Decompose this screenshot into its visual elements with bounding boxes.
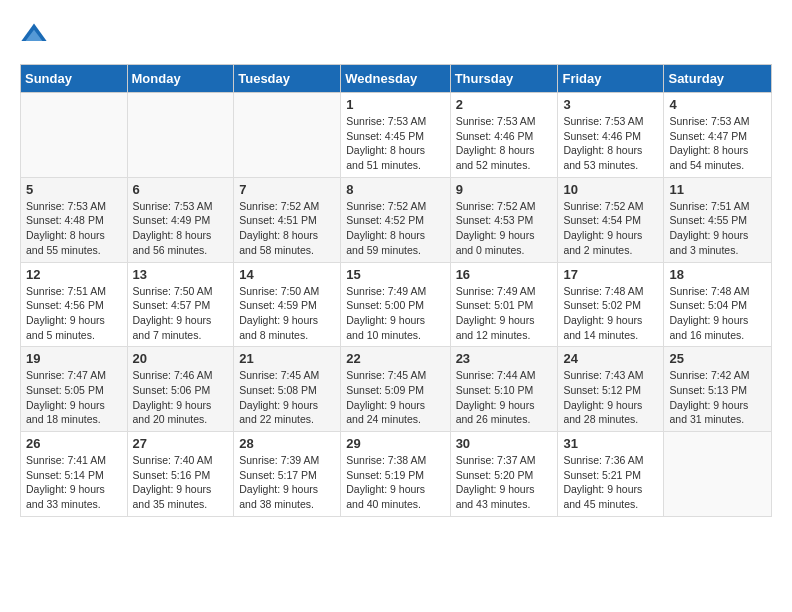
day-cell: 19Sunrise: 7:47 AM Sunset: 5:05 PM Dayli… [21,347,128,432]
day-cell: 13Sunrise: 7:50 AM Sunset: 4:57 PM Dayli… [127,262,234,347]
day-number: 28 [239,436,335,451]
calendar-header: SundayMondayTuesdayWednesdayThursdayFrid… [21,65,772,93]
day-info: Sunrise: 7:53 AM Sunset: 4:46 PM Dayligh… [563,114,658,173]
day-info: Sunrise: 7:53 AM Sunset: 4:48 PM Dayligh… [26,199,122,258]
day-info: Sunrise: 7:40 AM Sunset: 5:16 PM Dayligh… [133,453,229,512]
day-info: Sunrise: 7:52 AM Sunset: 4:53 PM Dayligh… [456,199,553,258]
day-info: Sunrise: 7:53 AM Sunset: 4:45 PM Dayligh… [346,114,444,173]
day-cell: 29Sunrise: 7:38 AM Sunset: 5:19 PM Dayli… [341,432,450,517]
day-cell: 3Sunrise: 7:53 AM Sunset: 4:46 PM Daylig… [558,93,664,178]
day-cell: 18Sunrise: 7:48 AM Sunset: 5:04 PM Dayli… [664,262,772,347]
day-cell: 25Sunrise: 7:42 AM Sunset: 5:13 PM Dayli… [664,347,772,432]
day-number: 19 [26,351,122,366]
day-info: Sunrise: 7:46 AM Sunset: 5:06 PM Dayligh… [133,368,229,427]
day-info: Sunrise: 7:51 AM Sunset: 4:55 PM Dayligh… [669,199,766,258]
day-info: Sunrise: 7:49 AM Sunset: 5:00 PM Dayligh… [346,284,444,343]
day-info: Sunrise: 7:53 AM Sunset: 4:49 PM Dayligh… [133,199,229,258]
day-info: Sunrise: 7:50 AM Sunset: 4:57 PM Dayligh… [133,284,229,343]
day-cell: 31Sunrise: 7:36 AM Sunset: 5:21 PM Dayli… [558,432,664,517]
day-cell: 14Sunrise: 7:50 AM Sunset: 4:59 PM Dayli… [234,262,341,347]
day-info: Sunrise: 7:49 AM Sunset: 5:01 PM Dayligh… [456,284,553,343]
day-number: 23 [456,351,553,366]
day-number: 16 [456,267,553,282]
day-cell [21,93,128,178]
day-info: Sunrise: 7:47 AM Sunset: 5:05 PM Dayligh… [26,368,122,427]
day-number: 9 [456,182,553,197]
day-cell: 5Sunrise: 7:53 AM Sunset: 4:48 PM Daylig… [21,177,128,262]
day-number: 7 [239,182,335,197]
day-number: 25 [669,351,766,366]
day-cell: 7Sunrise: 7:52 AM Sunset: 4:51 PM Daylig… [234,177,341,262]
day-cell [127,93,234,178]
calendar-body: 1Sunrise: 7:53 AM Sunset: 4:45 PM Daylig… [21,93,772,517]
day-number: 30 [456,436,553,451]
day-info: Sunrise: 7:42 AM Sunset: 5:13 PM Dayligh… [669,368,766,427]
week-row-5: 26Sunrise: 7:41 AM Sunset: 5:14 PM Dayli… [21,432,772,517]
day-cell: 1Sunrise: 7:53 AM Sunset: 4:45 PM Daylig… [341,93,450,178]
day-info: Sunrise: 7:43 AM Sunset: 5:12 PM Dayligh… [563,368,658,427]
day-number: 11 [669,182,766,197]
day-cell: 15Sunrise: 7:49 AM Sunset: 5:00 PM Dayli… [341,262,450,347]
day-cell: 24Sunrise: 7:43 AM Sunset: 5:12 PM Dayli… [558,347,664,432]
day-number: 4 [669,97,766,112]
calendar-table: SundayMondayTuesdayWednesdayThursdayFrid… [20,64,772,517]
day-cell: 20Sunrise: 7:46 AM Sunset: 5:06 PM Dayli… [127,347,234,432]
day-info: Sunrise: 7:36 AM Sunset: 5:21 PM Dayligh… [563,453,658,512]
day-cell: 30Sunrise: 7:37 AM Sunset: 5:20 PM Dayli… [450,432,558,517]
day-number: 31 [563,436,658,451]
header-cell-monday: Monday [127,65,234,93]
day-info: Sunrise: 7:48 AM Sunset: 5:02 PM Dayligh… [563,284,658,343]
day-number: 18 [669,267,766,282]
day-number: 12 [26,267,122,282]
day-number: 8 [346,182,444,197]
day-number: 27 [133,436,229,451]
day-number: 22 [346,351,444,366]
day-cell: 16Sunrise: 7:49 AM Sunset: 5:01 PM Dayli… [450,262,558,347]
day-info: Sunrise: 7:51 AM Sunset: 4:56 PM Dayligh… [26,284,122,343]
week-row-1: 1Sunrise: 7:53 AM Sunset: 4:45 PM Daylig… [21,93,772,178]
header-cell-tuesday: Tuesday [234,65,341,93]
day-info: Sunrise: 7:45 AM Sunset: 5:09 PM Dayligh… [346,368,444,427]
day-cell: 2Sunrise: 7:53 AM Sunset: 4:46 PM Daylig… [450,93,558,178]
day-number: 5 [26,182,122,197]
day-info: Sunrise: 7:53 AM Sunset: 4:46 PM Dayligh… [456,114,553,173]
day-cell: 22Sunrise: 7:45 AM Sunset: 5:09 PM Dayli… [341,347,450,432]
day-number: 15 [346,267,444,282]
day-cell [234,93,341,178]
day-info: Sunrise: 7:39 AM Sunset: 5:17 PM Dayligh… [239,453,335,512]
day-number: 3 [563,97,658,112]
header-cell-friday: Friday [558,65,664,93]
day-info: Sunrise: 7:37 AM Sunset: 5:20 PM Dayligh… [456,453,553,512]
day-info: Sunrise: 7:53 AM Sunset: 4:47 PM Dayligh… [669,114,766,173]
day-number: 1 [346,97,444,112]
day-info: Sunrise: 7:52 AM Sunset: 4:52 PM Dayligh… [346,199,444,258]
day-info: Sunrise: 7:44 AM Sunset: 5:10 PM Dayligh… [456,368,553,427]
day-info: Sunrise: 7:50 AM Sunset: 4:59 PM Dayligh… [239,284,335,343]
day-number: 10 [563,182,658,197]
day-number: 6 [133,182,229,197]
day-number: 14 [239,267,335,282]
header-row: SundayMondayTuesdayWednesdayThursdayFrid… [21,65,772,93]
day-number: 2 [456,97,553,112]
day-number: 20 [133,351,229,366]
day-number: 17 [563,267,658,282]
day-number: 21 [239,351,335,366]
header-cell-wednesday: Wednesday [341,65,450,93]
day-cell [664,432,772,517]
week-row-2: 5Sunrise: 7:53 AM Sunset: 4:48 PM Daylig… [21,177,772,262]
day-cell: 28Sunrise: 7:39 AM Sunset: 5:17 PM Dayli… [234,432,341,517]
day-cell: 11Sunrise: 7:51 AM Sunset: 4:55 PM Dayli… [664,177,772,262]
logo [20,20,52,48]
day-cell: 23Sunrise: 7:44 AM Sunset: 5:10 PM Dayli… [450,347,558,432]
header-cell-saturday: Saturday [664,65,772,93]
day-info: Sunrise: 7:45 AM Sunset: 5:08 PM Dayligh… [239,368,335,427]
day-cell: 17Sunrise: 7:48 AM Sunset: 5:02 PM Dayli… [558,262,664,347]
day-info: Sunrise: 7:48 AM Sunset: 5:04 PM Dayligh… [669,284,766,343]
page-header [20,20,772,48]
day-cell: 6Sunrise: 7:53 AM Sunset: 4:49 PM Daylig… [127,177,234,262]
day-number: 13 [133,267,229,282]
header-cell-sunday: Sunday [21,65,128,93]
day-info: Sunrise: 7:41 AM Sunset: 5:14 PM Dayligh… [26,453,122,512]
week-row-3: 12Sunrise: 7:51 AM Sunset: 4:56 PM Dayli… [21,262,772,347]
day-cell: 27Sunrise: 7:40 AM Sunset: 5:16 PM Dayli… [127,432,234,517]
